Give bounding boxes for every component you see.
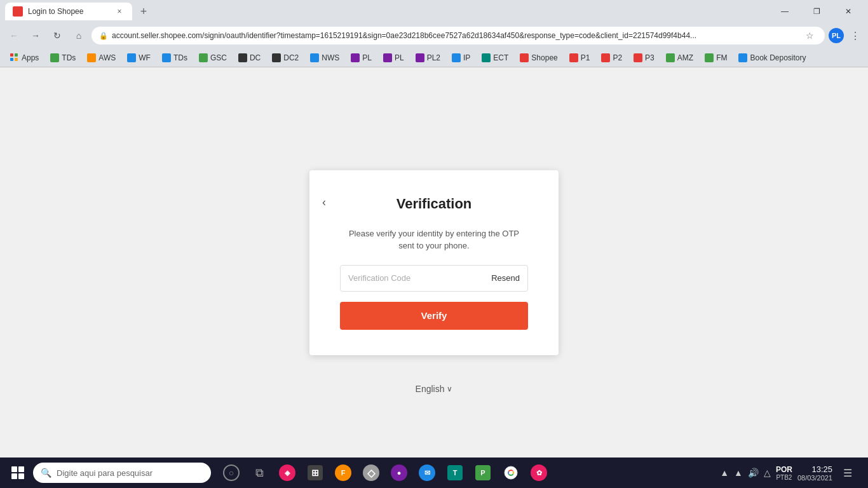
browser-tab[interactable]: Login to Shopee × (5, 3, 132, 20)
back-button[interactable]: ‹ (322, 196, 326, 209)
pl1-favicon (351, 53, 360, 62)
bookmark-aws[interactable]: AWS (82, 51, 121, 65)
bookmark-aws-label: AWS (98, 53, 116, 62)
bookmark-p2-label: P2 (613, 53, 622, 62)
bookmark-wf-label: WF (139, 53, 151, 62)
system-tray: ▲ ▲ 🔊 △ POR PTB2 13:25 08/03/2021 ☰ (720, 463, 863, 483)
browser-frame: Login to Shopee × + — ❐ ✕ ← → ↻ ⌂ 🔒 acco… (0, 0, 868, 488)
profile-button[interactable]: PL (829, 28, 844, 43)
p3-favicon (634, 53, 642, 62)
notification-button[interactable]: ☰ (837, 463, 858, 483)
forward-button[interactable]: → (27, 27, 44, 44)
bookmark-dc[interactable]: DC (233, 51, 266, 65)
taskbar-app-mail[interactable]: ✉ (414, 460, 440, 485)
bookmark-pl2-label: PL (395, 53, 404, 62)
pl2-favicon (383, 53, 392, 62)
bookmark-tds1[interactable]: TDs (45, 51, 81, 65)
back-button[interactable]: ← (5, 27, 23, 44)
shopee-favicon (520, 53, 529, 62)
card-title: Verification (340, 196, 528, 212)
taskbar-app-7[interactable]: ● (386, 460, 412, 485)
home-button[interactable]: ⌂ (70, 27, 88, 44)
bookmark-apps[interactable]: Apps (5, 51, 44, 65)
apps-grid-icon (10, 53, 19, 62)
taskbar-search-placeholder: Digite aqui para pesquisar (57, 468, 153, 478)
taskbar-app-12[interactable]: ✿ (526, 460, 552, 485)
bookmark-dc-label: DC (250, 53, 261, 62)
tds2-favicon (162, 53, 171, 62)
system-clock[interactable]: 13:25 08/03/2021 (797, 464, 832, 482)
window-controls: — ❐ ✕ (770, 3, 863, 20)
taskbar-app-9[interactable]: T (442, 460, 468, 485)
bookmark-pl22[interactable]: PL2 (410, 51, 445, 65)
chevron-down-icon: ∨ (447, 384, 452, 393)
bookmark-dc2[interactable]: DC2 (267, 51, 304, 65)
taskbar-app-shield[interactable]: ◈ (275, 460, 300, 485)
bookmarks-bar: Apps TDs AWS WF TDs GSC DC DC2 (0, 48, 868, 67)
gsc-favicon (199, 53, 208, 62)
dropbox-icon[interactable]: △ (764, 468, 771, 478)
tab-favicon (13, 6, 23, 17)
pl22-favicon (416, 53, 424, 62)
minimize-button[interactable]: — (770, 3, 799, 20)
bookmark-apps-label: Apps (22, 53, 39, 62)
bookmark-p1[interactable]: P1 (564, 51, 595, 65)
bookmark-star-icon[interactable]: ☆ (802, 28, 817, 43)
p2-favicon (601, 53, 610, 62)
taskbar-search-box[interactable]: 🔍 Digite aqui para pesquisar (33, 463, 211, 483)
bookmark-wf[interactable]: WF (122, 51, 156, 65)
close-button[interactable]: ✕ (834, 3, 863, 20)
title-bar: Login to Shopee × + — ❐ ✕ (0, 0, 868, 23)
app9-icon: T (447, 465, 463, 480)
bookmark-p2[interactable]: P2 (596, 51, 627, 65)
resend-button[interactable]: Resend (484, 273, 527, 283)
bookmark-ect-label: ECT (493, 53, 508, 62)
filezilla-icon: F (335, 464, 351, 481)
taskbar-app-cortana[interactable]: ○ (219, 460, 244, 485)
volume-icon[interactable]: 🔊 (748, 468, 759, 478)
bookmark-nws[interactable]: NWS (305, 51, 344, 65)
taskbar-apps: ○ ⧉ ◈ ⊞ F ◇ ● ✉ T (219, 460, 552, 485)
address-bar: ← → ↻ ⌂ 🔒 account.seller.shopee.com/sign… (0, 23, 868, 48)
taskbar-app-6[interactable]: ◇ (358, 460, 384, 485)
taskbar-app-pycharm[interactable]: P (470, 460, 496, 485)
bookmark-gsc[interactable]: GSC (194, 51, 232, 65)
bookmark-amz[interactable]: AMZ (661, 51, 698, 65)
bookmark-p3[interactable]: P3 (628, 51, 660, 65)
bookmark-fm[interactable]: FM (700, 51, 732, 65)
window-icon: ⊞ (308, 465, 323, 480)
language-selector[interactable]: English ∨ (416, 384, 453, 394)
verification-code-input[interactable] (341, 266, 484, 291)
svg-rect-0 (10, 53, 13, 57)
taskbar-app-filezilla[interactable]: F (330, 460, 356, 485)
tab-close-button[interactable]: × (114, 6, 125, 17)
taskbar-app-window[interactable]: ⊞ (302, 460, 328, 485)
bookmark-tds2[interactable]: TDs (157, 51, 193, 65)
app6-icon: ◇ (363, 464, 379, 481)
app7-icon: ● (391, 464, 407, 481)
show-hidden-icon[interactable]: ▲ (720, 468, 729, 478)
tab-title: Login to Shopee (28, 7, 109, 16)
app12-icon: ✿ (531, 464, 547, 481)
taskbar-app-chrome[interactable] (498, 460, 524, 485)
verification-card: ‹ Verification Please verify your identi… (309, 170, 559, 355)
bookmark-book-depository[interactable]: Book Depository (733, 51, 811, 65)
verify-button[interactable]: Verify (340, 302, 528, 330)
browser-menu-button[interactable]: ⋮ (848, 28, 863, 43)
url-bar[interactable]: 🔒 account.seller.shopee.com/signin/oauth… (92, 27, 825, 44)
start-button[interactable] (5, 460, 31, 485)
bookmark-ect[interactable]: ECT (477, 51, 513, 65)
bookmark-ip[interactable]: IP (447, 51, 475, 65)
bookmark-tds1-label: TDs (62, 53, 76, 62)
otp-input-wrapper: Resend (340, 265, 528, 292)
new-tab-button[interactable]: + (135, 3, 153, 20)
bookmark-pl2[interactable]: PL (378, 51, 409, 65)
reload-button[interactable]: ↻ (48, 27, 66, 44)
bookmark-shopee[interactable]: Shopee (515, 51, 562, 65)
book-depository-favicon (738, 53, 747, 62)
maximize-button[interactable]: ❐ (802, 3, 831, 20)
network-icon[interactable]: ▲ (734, 468, 743, 478)
taskbar-app-taskview[interactable]: ⧉ (247, 460, 272, 485)
bookmark-pl1[interactable]: PL (346, 51, 377, 65)
bookmark-book-depository-label: Book Depository (750, 53, 806, 62)
